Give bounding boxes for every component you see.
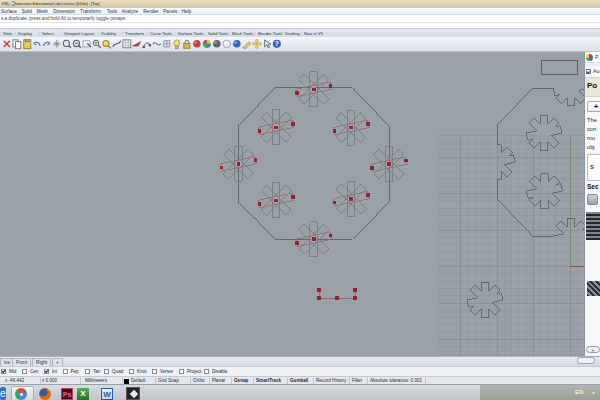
svg-text:?: ? xyxy=(275,40,279,47)
